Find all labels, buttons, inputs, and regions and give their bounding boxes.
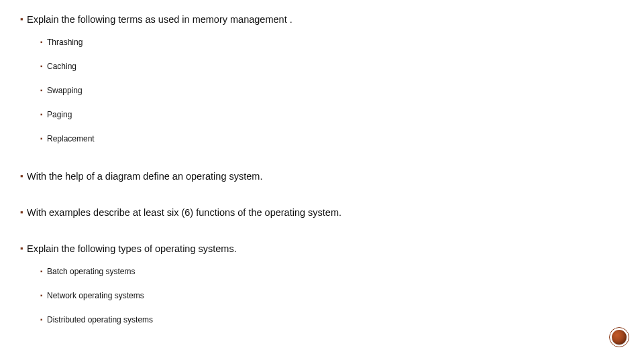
sub-list-item: ▪ Replacement <box>40 134 624 143</box>
bullet-icon: ▪ <box>20 13 27 25</box>
sub-list: ▪ Thrashing ▪ Caching ▪ Swapping ▪ Pagin… <box>40 38 624 143</box>
bullet-icon: ▪ <box>40 86 47 95</box>
sub-list-item: ▪ Batch operating systems <box>40 267 624 276</box>
sub-list-item-text: Swapping <box>47 86 83 95</box>
sub-list-item-text: Paging <box>47 110 72 119</box>
bullet-icon: ▪ <box>40 62 47 71</box>
list-item: ▪ Explain the following types of operati… <box>20 243 624 255</box>
sub-list-item: ▪ Distributed operating systems <box>40 315 624 324</box>
list-item-text: Explain the following terms as used in m… <box>27 13 292 25</box>
bullet-icon: ▪ <box>40 38 47 47</box>
bullet-icon: ▪ <box>40 291 47 300</box>
decorative-sphere-icon <box>609 327 629 347</box>
sub-list-item-text: Replacement <box>47 134 95 143</box>
bullet-icon: ▪ <box>40 315 47 324</box>
bullet-icon: ▪ <box>20 243 27 255</box>
sub-list-item-text: Thrashing <box>47 38 83 47</box>
list-item-text: With the help of a diagram define an ope… <box>27 170 262 182</box>
sub-list-item-text: Distributed operating systems <box>47 315 153 324</box>
sub-list-item-text: Caching <box>47 62 76 71</box>
bullet-icon: ▪ <box>40 110 47 119</box>
sub-list-item-text: Network operating systems <box>47 291 144 300</box>
sub-list-item: ▪ Swapping <box>40 86 624 95</box>
sub-list-item-text: Batch operating systems <box>47 267 135 276</box>
list-item: ▪ Explain the following terms as used in… <box>20 13 624 25</box>
list-item-text: Explain the following types of operating… <box>27 243 237 255</box>
sub-list-item: ▪ Network operating systems <box>40 291 624 300</box>
sub-list-item: ▪ Thrashing <box>40 38 624 47</box>
bullet-icon: ▪ <box>40 134 47 143</box>
list-item: ▪ With the help of a diagram define an o… <box>20 170 624 182</box>
list-item-text: With examples describe at least six (6) … <box>27 206 341 219</box>
slide: ▪ Explain the following terms as used in… <box>0 0 644 362</box>
list-item: ▪ With examples describe at least six (6… <box>20 206 624 219</box>
sub-list: ▪ Batch operating systems ▪ Network oper… <box>40 267 624 324</box>
bullet-icon: ▪ <box>20 170 27 182</box>
bullet-icon: ▪ <box>40 267 47 276</box>
sub-list-item: ▪ Paging <box>40 110 624 119</box>
sub-list-item: ▪ Caching <box>40 62 624 71</box>
bullet-icon: ▪ <box>20 206 27 219</box>
